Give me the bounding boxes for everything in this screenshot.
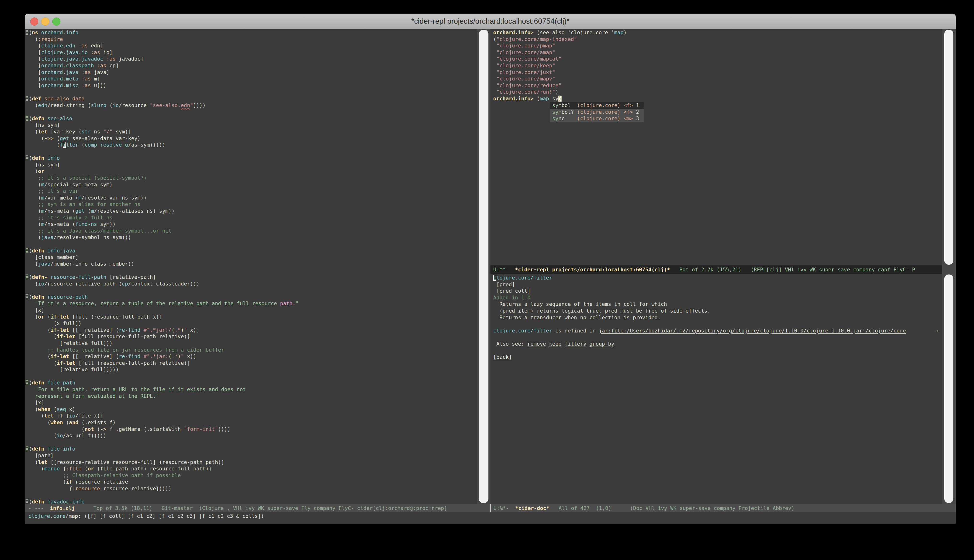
doc-pane[interactable]: clojure.core/filter [pred] [pred coll]Ad… bbox=[493, 275, 941, 504]
token: "clojure.core/mapv" bbox=[496, 76, 555, 82]
window-divider[interactable] bbox=[490, 504, 491, 512]
doc-link[interactable]: filterv bbox=[565, 341, 586, 347]
token: Added in 1.0 bbox=[493, 295, 530, 301]
code-line: (defn- resource-full-path [relative-path… bbox=[29, 274, 474, 280]
completion-item[interactable]: symbol (clojure.core) <f> 1 bbox=[550, 102, 644, 109]
token: Returns a transducer when no collection … bbox=[493, 315, 661, 320]
repl-pane[interactable]: orchard.info> (see-also 'clojure.core 'm… bbox=[493, 29, 941, 265]
token: ( bbox=[29, 406, 38, 412]
token bbox=[75, 43, 79, 48]
code-line: ;; handles load-file on jar resources fr… bbox=[29, 347, 474, 353]
code-line: [relative full])))) bbox=[29, 366, 474, 373]
code-line: orchard.info> (see-also 'clojure.core 'm… bbox=[493, 29, 941, 36]
token: /resource bbox=[119, 102, 150, 108]
code-line: "If it's a resource, return a tuple of t… bbox=[29, 300, 474, 307]
token: orchard.java bbox=[41, 69, 79, 75]
token bbox=[47, 274, 50, 280]
token: :as bbox=[107, 56, 116, 62]
token: /member-info class member)) bbox=[50, 261, 134, 267]
token: m] bbox=[91, 76, 100, 82]
token: /as-sym))))) bbox=[128, 142, 165, 148]
token bbox=[44, 294, 47, 300]
code-line: ;; it's a Java class/member symbol...or … bbox=[29, 228, 474, 234]
code-line: (when (seq x) bbox=[29, 406, 474, 413]
emacs-window[interactable]: *cider-repl projects/orchard:localhost:6… bbox=[25, 13, 956, 524]
token: ( bbox=[29, 360, 57, 366]
token: *cider-doc* bbox=[515, 505, 549, 511]
code-line: [ns sym] bbox=[29, 162, 474, 168]
token: [[_ relative] ( bbox=[69, 327, 119, 333]
token: [x full]) bbox=[29, 320, 82, 326]
token: Top of 3.5k (18,11) Git-master (Clojure … bbox=[75, 505, 447, 511]
token: orchard.info bbox=[41, 30, 79, 35]
echo-area[interactable]: clojure.core/map: ([f] [f coll] [f c1 c2… bbox=[25, 512, 956, 524]
token: clojure.core bbox=[28, 513, 65, 519]
token: ( bbox=[29, 128, 38, 135]
completion-popup[interactable]: symbol (clojure.core) <f> 1symbol? (cloj… bbox=[550, 102, 644, 122]
token: ( bbox=[29, 353, 50, 359]
token: if-let bbox=[57, 333, 75, 339]
fringe-indicator bbox=[26, 30, 28, 35]
token: #".*jar!/ bbox=[144, 327, 172, 333]
editor-scrollbar[interactable] bbox=[477, 29, 490, 504]
code-line: [clojure.java.io :as io] bbox=[29, 49, 474, 56]
token: ( bbox=[533, 95, 540, 102]
token: java bbox=[41, 234, 54, 240]
token bbox=[44, 380, 47, 386]
token: ( bbox=[29, 248, 32, 253]
token: and bbox=[69, 419, 79, 425]
token: ;; it's a special (special-symbol?) bbox=[29, 175, 147, 181]
token: ( bbox=[171, 327, 174, 333]
completion-item[interactable]: sync (clojure.core) <m> 3 bbox=[550, 115, 644, 122]
token: ( bbox=[29, 380, 32, 386]
token: All of 427 (1,0) (Doc VHl ivy WK super-s… bbox=[549, 505, 795, 511]
token: [full (resource-full-path relative)] bbox=[75, 360, 190, 366]
token: clojure.edn bbox=[41, 43, 75, 48]
code-line: [clojure.java.javadoc :as javadoc] bbox=[29, 55, 474, 62]
token: io bbox=[113, 102, 119, 108]
macos-titlebar[interactable]: *cider-repl projects/orchard:localhost:6… bbox=[25, 13, 956, 29]
doc-scrollbar-thumb[interactable] bbox=[944, 275, 953, 503]
token: .* bbox=[174, 327, 181, 333]
code-line bbox=[493, 347, 941, 354]
code-line: Returns a lazy sequence of the items in … bbox=[493, 301, 941, 308]
token: or bbox=[38, 168, 44, 174]
token: :file bbox=[66, 466, 82, 472]
repl-doc-scrollbar[interactable] bbox=[942, 29, 956, 504]
code-line: represent a form evaluated at the REPL." bbox=[29, 393, 474, 400]
token bbox=[493, 56, 496, 62]
hollow-cursor: i bbox=[63, 142, 66, 148]
token bbox=[38, 30, 41, 35]
token: see-also-data bbox=[44, 95, 85, 102]
doc-link[interactable]: jar:file:/Users/bozhidar/.m2/repository/… bbox=[599, 328, 906, 333]
repl-scrollbar-thumb[interactable] bbox=[944, 30, 953, 265]
token: ( bbox=[29, 261, 38, 267]
token: map bbox=[614, 30, 623, 35]
token: sy bbox=[552, 115, 558, 122]
doc-link[interactable]: remove bbox=[527, 341, 546, 347]
token: ( bbox=[29, 95, 32, 102]
token: : ([f] [f coll] [f c1 c2] [f c1 c2 c3] [… bbox=[78, 513, 264, 519]
token: orchard.classpath bbox=[41, 63, 94, 68]
editor-pane[interactable]: (ns orchard.info (:require [clojure.edn … bbox=[29, 29, 474, 504]
completion-item[interactable]: symbol? (clojure.core) <f> 2 bbox=[550, 109, 644, 115]
fringe-indicator bbox=[26, 96, 28, 101]
code-line: (or bbox=[29, 168, 474, 175]
token: "For a file path, return a URL to the fi… bbox=[29, 387, 246, 392]
code-line: [clojure.edn :as edn] bbox=[29, 42, 474, 49]
token: ( bbox=[29, 274, 32, 280]
screen: *cider-repl projects/orchard:localhost:6… bbox=[0, 0, 974, 560]
doc-link[interactable]: group-by bbox=[589, 341, 614, 347]
token: " bbox=[184, 327, 187, 333]
code-line: Returns a transducer when no collection … bbox=[493, 314, 941, 321]
token: defn bbox=[32, 248, 44, 253]
token: "clojure.core/reduce" bbox=[496, 82, 561, 88]
token: "clojure.core/amap" bbox=[496, 49, 555, 55]
token: get bbox=[75, 208, 85, 214]
doc-link[interactable]: [back] bbox=[493, 354, 512, 360]
token: java bbox=[38, 261, 50, 267]
doc-link[interactable]: keep bbox=[549, 341, 561, 347]
token: :as bbox=[82, 76, 91, 82]
editor-scrollbar-thumb[interactable] bbox=[479, 30, 488, 503]
token: ( bbox=[29, 168, 38, 174]
